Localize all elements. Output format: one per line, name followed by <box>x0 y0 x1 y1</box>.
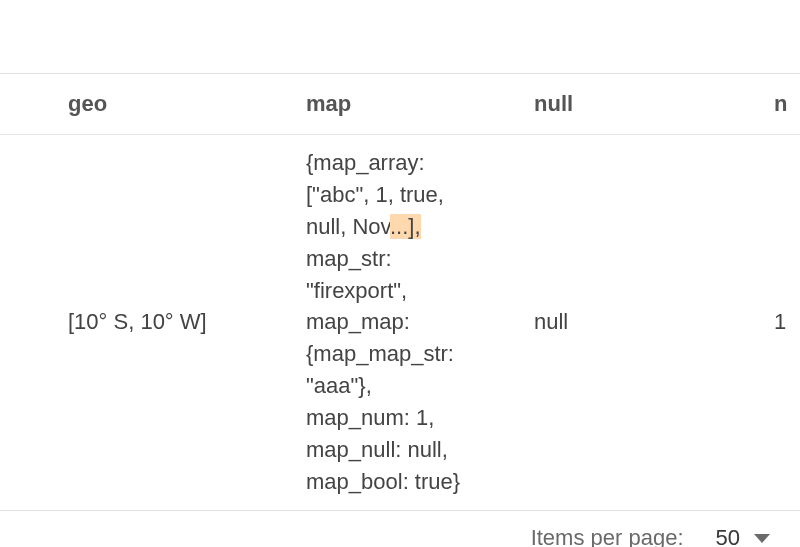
toolbar-spacer <box>0 0 800 73</box>
truncation-marker: ...], <box>390 214 421 239</box>
map-line: {map_array: <box>306 147 534 179</box>
map-line: map_map: <box>306 306 534 338</box>
column-header-geo[interactable]: geo <box>68 91 306 117</box>
cell-geo: [10° S, 10° W] <box>68 306 306 338</box>
items-per-page-value: 50 <box>716 525 740 547</box>
cell-n-partial: 1 <box>774 306 800 338</box>
map-line: map_str: <box>306 243 534 275</box>
column-header-map[interactable]: map <box>306 91 534 117</box>
map-line: map_num: 1, <box>306 402 534 434</box>
map-line: map_bool: true} <box>306 466 534 498</box>
map-line: ["abc", 1, true, <box>306 179 534 211</box>
map-line: "aaa"}, <box>306 370 534 402</box>
column-header-null[interactable]: null <box>534 91 774 117</box>
chevron-down-icon <box>754 534 770 543</box>
cell-map: {map_array: ["abc", 1, true, null, Nov..… <box>306 147 534 498</box>
cell-null: null <box>534 306 774 338</box>
items-per-page-label: Items per page: <box>531 525 684 547</box>
map-line: map_null: null, <box>306 434 534 466</box>
map-line: null, Nov...], <box>306 211 534 243</box>
table-header-row: geo map null n <box>0 74 800 134</box>
map-line: {map_map_str: <box>306 338 534 370</box>
paginator: Items per page: 50 <box>0 511 800 547</box>
map-line: "firexport", <box>306 275 534 307</box>
text-fragment: null, Nov <box>306 214 390 239</box>
items-per-page-select[interactable]: 50 <box>716 525 770 547</box>
table-row: [10° S, 10° W] {map_array: ["abc", 1, tr… <box>0 135 800 510</box>
table-container: { "table": { "headers": { "geo": "geo", … <box>0 0 800 547</box>
column-header-n-partial[interactable]: n <box>774 91 800 117</box>
